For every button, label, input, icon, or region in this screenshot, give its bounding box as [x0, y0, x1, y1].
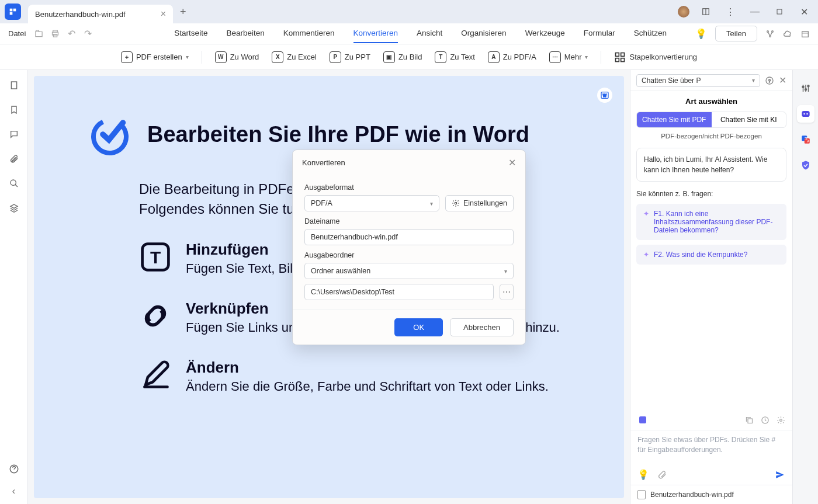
bookmark-icon[interactable]: [8, 104, 20, 116]
gear-icon[interactable]: [777, 416, 785, 425]
svg-point-39: [803, 113, 805, 115]
chat-tab-pdf[interactable]: Chatten Sie mit PDF: [637, 112, 712, 127]
suggestion-item[interactable]: ✦F1. Kann ich eine Inhaltszusammenfassun…: [636, 204, 786, 240]
browse-button[interactable]: ⋯: [500, 284, 514, 300]
folder-select[interactable]: Ordner auswählen▾: [304, 263, 514, 279]
layers-icon[interactable]: [8, 202, 20, 214]
redo-icon[interactable]: ↷: [83, 29, 92, 39]
right-toolbar: 文A: [792, 70, 818, 504]
text-icon: T: [139, 241, 172, 273]
close-panel-icon[interactable]: ✕: [779, 75, 786, 86]
sliders-icon[interactable]: [797, 79, 814, 97]
box-icon[interactable]: [800, 29, 810, 39]
window-layout-icon[interactable]: [698, 4, 714, 20]
lightbulb-icon[interactable]: 💡: [637, 469, 649, 480]
section-title: Ändern: [186, 359, 549, 377]
chat-panel: Chatten Sie über P▾ ? ✕ Art auswählen Ch…: [630, 70, 792, 504]
svg-point-55: [455, 202, 457, 204]
chat-selector[interactable]: Chatten Sie über P▾: [636, 74, 760, 87]
lightbulb-icon[interactable]: 💡: [695, 28, 707, 39]
send-icon[interactable]: [775, 470, 785, 480]
menu-startseite[interactable]: Startseite: [174, 24, 207, 43]
help-icon[interactable]: ?: [765, 76, 774, 85]
open-icon[interactable]: [34, 29, 43, 39]
format-select[interactable]: PDF/A▾: [304, 195, 439, 211]
notes-icon[interactable]: [637, 415, 648, 425]
tool-create-pdf[interactable]: ＋PDF erstellen▾: [121, 51, 189, 63]
doc-title: Bearbeiten Sie Ihre PDF wie in Word: [147, 122, 529, 147]
menu-kommentieren[interactable]: Kommentieren: [283, 24, 335, 43]
copy-icon[interactable]: [745, 416, 754, 425]
tool-batch-convert[interactable]: Stapelkonvertierung: [614, 51, 697, 63]
chat-file-ref[interactable]: Benutzerhandbuch-win.pdf: [630, 485, 792, 504]
history-icon[interactable]: [761, 416, 770, 425]
graph-icon[interactable]: [765, 29, 775, 39]
menu-bearbeiten[interactable]: Bearbeiten: [226, 24, 264, 43]
svg-text:A: A: [807, 140, 809, 143]
svg-text:W: W: [603, 93, 607, 98]
maximize-icon[interactable]: [771, 4, 788, 20]
comment-icon[interactable]: [8, 128, 20, 140]
suggest-title: Sie könnten z. B. fragen:: [636, 190, 786, 198]
close-window-icon[interactable]: ✕: [796, 4, 812, 20]
chat-tab-ai[interactable]: Chatten Sie mit KI: [712, 112, 786, 127]
user-avatar[interactable]: [678, 6, 689, 18]
tool-to-pdfa[interactable]: AZu PDF/A: [488, 51, 536, 63]
shield-check-icon[interactable]: [797, 157, 814, 174]
pen-icon: [139, 359, 172, 391]
tool-to-ppt[interactable]: PZu PPT: [330, 51, 370, 63]
tool-to-text[interactable]: TZu Text: [435, 51, 474, 63]
tool-to-word[interactable]: WZu Word: [215, 51, 259, 63]
svg-rect-0: [10, 9, 13, 12]
tool-to-excel[interactable]: XZu Excel: [272, 51, 317, 63]
attachment-icon[interactable]: [8, 153, 20, 165]
cancel-button[interactable]: Abbrechen: [450, 318, 514, 336]
svg-point-10: [772, 30, 774, 32]
chat-greeting: Hallo, ich bin Lumi, Ihr AI Assistent. W…: [636, 148, 786, 182]
menu-file[interactable]: Datei: [8, 29, 26, 38]
folder-path-input[interactable]: C:\Users\ws\Desktop\Test: [304, 284, 494, 300]
minimize-icon[interactable]: —: [747, 4, 763, 20]
app-logo[interactable]: [5, 4, 21, 20]
cloud-icon[interactable]: [783, 29, 792, 39]
svg-rect-29: [748, 419, 753, 423]
pdf-icon: [637, 490, 646, 499]
dialog-close-icon[interactable]: ✕: [508, 157, 516, 168]
menu-formular[interactable]: Formular: [584, 24, 615, 43]
check-icon: [86, 111, 133, 158]
attach-icon[interactable]: [657, 470, 667, 479]
print-icon[interactable]: [50, 29, 60, 39]
chat-input-placeholder[interactable]: Fragen Sie etwas über PDFs. Drücken Sie …: [637, 435, 785, 455]
menu-items: Startseite Bearbeiten Kommentieren Konve…: [174, 24, 667, 43]
svg-point-35: [802, 86, 804, 88]
tab-close-icon[interactable]: ×: [161, 9, 166, 19]
svg-line-19: [15, 185, 18, 187]
svg-rect-13: [616, 53, 619, 56]
filename-input[interactable]: Benutzerhandbuch-win.pdf: [304, 229, 514, 245]
search-icon[interactable]: [8, 178, 20, 189]
ok-button[interactable]: OK: [394, 318, 443, 336]
help-icon[interactable]: [8, 463, 20, 475]
svg-point-37: [807, 85, 809, 87]
svg-rect-2: [10, 12, 13, 15]
tool-to-image[interactable]: ▣Zu Bild: [383, 51, 422, 63]
more-icon[interactable]: ⋮: [722, 4, 739, 20]
menu-konvertieren[interactable]: Konvertieren: [353, 24, 398, 43]
word-overlay-icon[interactable]: W: [597, 88, 612, 103]
share-button[interactable]: Teilen: [715, 26, 757, 41]
document-tab[interactable]: Benutzerhandbuch-win.pdf ×: [28, 5, 173, 23]
ai-chat-icon[interactable]: [797, 105, 814, 123]
new-tab-button[interactable]: +: [180, 6, 186, 18]
menu-schuetzen[interactable]: Schützen: [634, 24, 667, 43]
translate-icon[interactable]: 文A: [797, 131, 814, 148]
thumbnail-icon[interactable]: [8, 79, 20, 91]
menu-ansicht[interactable]: Ansicht: [417, 24, 442, 43]
suggestion-item[interactable]: ✦F2. Was sind die Kernpunkte?: [636, 245, 786, 265]
chat-type-title: Art auswählen: [636, 97, 786, 106]
undo-icon[interactable]: ↶: [67, 29, 76, 39]
collapse-icon[interactable]: ‹: [8, 485, 20, 497]
menu-werkzeuge[interactable]: Werkzeuge: [525, 24, 565, 43]
menu-organisieren[interactable]: Organisieren: [461, 24, 506, 43]
tool-more[interactable]: ⋯Mehr▾: [549, 51, 588, 63]
settings-button[interactable]: Einstellungen: [445, 195, 514, 211]
